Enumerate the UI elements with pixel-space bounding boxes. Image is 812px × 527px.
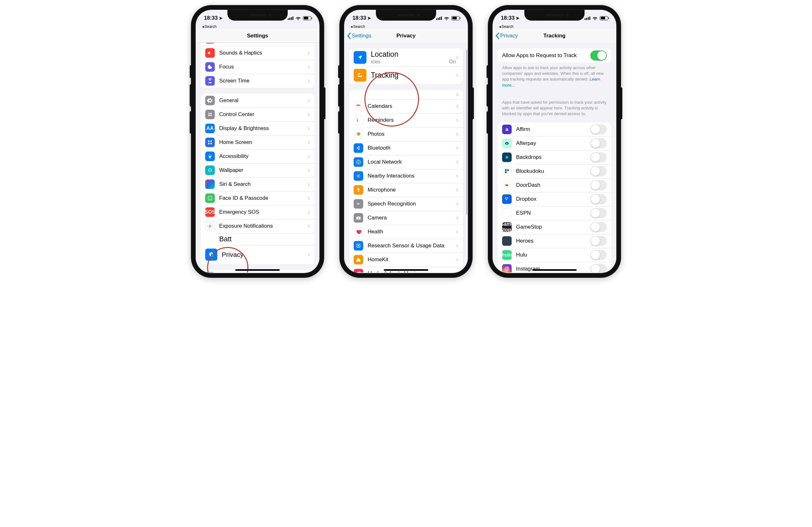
row-control-center[interactable]: Control Center› [201,107,314,121]
row-battery[interactable]: Batt [201,233,314,245]
row-label: Backdrops [516,154,590,160]
chevron-right-icon: › [308,125,310,132]
row-reminders[interactable]: Reminders› [349,113,463,127]
svg-point-14 [209,225,211,227]
row-label: Accessibility [219,153,308,160]
row-speech-recognition[interactable]: Speech Recognition› [349,197,463,211]
cellular-signal-icon [436,16,442,20]
svg-rect-44 [507,169,509,171]
row-wallpaper[interactable]: Wallpaper› [201,163,314,177]
app-toggle[interactable] [590,236,607,246]
svg-point-24 [357,119,358,119]
row-photos[interactable]: Photos› [349,127,463,141]
row-label: General [219,97,308,104]
phone-frame-privacy: 18:33➤ Search Settings Privacy Lo [339,5,473,278]
app-toggle[interactable] [590,264,607,273]
row-label: Privacy [222,251,308,259]
app-row-backdrops[interactable]: Backdrops [498,150,611,164]
music-icon [354,269,363,273]
tracking-explainer-1: Allow apps to ask to track your activity… [493,62,616,88]
chevron-right-icon: › [456,117,458,124]
app-toggle[interactable] [590,124,607,134]
row-screen-time[interactable]: Screen Time › [201,74,314,88]
row-general[interactable]: General› [201,93,314,107]
app-icon-blockudoku [502,166,512,176]
row-location-services[interactable]: Location icesOn › [349,48,463,66]
app-row-blockudoku[interactable]: Blockudoku [498,164,611,178]
nav-back-button[interactable]: Privacy [495,29,518,43]
home-indicator[interactable] [384,269,428,271]
svg-rect-4 [208,141,210,142]
svg-rect-33 [358,188,359,191]
chevron-right-icon: › [456,54,458,61]
app-row-affirm[interactable]: aAffirm [498,122,611,136]
app-toggle[interactable] [590,250,607,260]
calendar-icon [354,101,363,111]
app-row-espn[interactable]: EESPN [498,206,611,220]
svg-rect-37 [360,204,360,204]
app-row-afterpay[interactable]: Afterpay [498,136,611,150]
row-health[interactable]: Health› [349,225,463,239]
row-cut-off[interactable] [201,43,314,46]
row-tracking[interactable]: Tracking › [349,66,463,84]
breadcrumb-back-search[interactable]: Search [196,24,319,29]
app-row-gamestop[interactable]: GameStopGameStop [498,220,611,234]
location-arrow-icon: ➤ [516,16,520,20]
breadcrumb-back-search[interactable]: Search [493,24,616,29]
app-row-instagram[interactable]: Instagram [498,262,611,273]
app-toggle[interactable] [590,222,607,232]
gear-icon [205,96,215,105]
row-calendars[interactable]: Calendars› [349,99,463,113]
app-row-hulu[interactable]: huluHulu [498,248,611,262]
row-display-brightness[interactable]: AADisplay & Brightness› [201,121,314,135]
navbar: Settings Privacy [344,29,468,43]
status-time: 18:33 [352,15,366,21]
row-privacy[interactable]: Privacy› [201,245,314,264]
tracking-scroll[interactable]: Allow Apps to Request to Track Allow app… [493,43,616,273]
phone-frame-tracking: 18:33➤ Search Privacy Tracking Allow App… [488,5,621,278]
row-local-network[interactable]: Local Network› [349,155,463,169]
settings-scroll[interactable]: Sounds & Haptics › Focus › Screen Time ›… [196,43,319,273]
row-emergency-sos[interactable]: SOSEmergency SOS› [201,205,314,219]
row-sounds-haptics[interactable]: Sounds & Haptics › [201,46,314,60]
row-face-id[interactable]: Face ID & Passcode› [201,191,314,205]
row-microphone[interactable]: Microphone› [349,183,463,197]
row-homekit[interactable]: HomeKit› [349,253,463,267]
battery-icon [303,16,311,20]
row-focus[interactable]: Focus › [201,60,314,74]
app-toggle[interactable] [590,152,607,162]
privacy-scroll[interactable]: Location icesOn › Tracking › › Calendars… [344,43,468,273]
scroll-indicator[interactable] [466,50,467,215]
row-accessibility[interactable]: Accessibility› [201,149,314,163]
app-toggle[interactable] [590,180,607,190]
breadcrumb-back-search[interactable]: Search [344,24,468,29]
row-bluetooth[interactable]: Bluetooth› [349,141,463,155]
wifi-icon [295,15,301,21]
row-contacts[interactable]: › [349,90,463,99]
row-label: ESPN [516,210,590,216]
row-camera[interactable]: Camera› [349,211,463,225]
row-label: Nearby Interactions [368,173,456,179]
row-allow-tracking[interactable]: Allow Apps to Request to Track [498,48,611,62]
app-row-dropbox[interactable]: Dropbox [498,192,611,206]
focus-icon [205,62,215,72]
nav-back-button[interactable]: Settings [347,29,371,43]
app-toggle[interactable] [590,166,607,176]
row-siri-search[interactable]: Siri & Search› [201,177,314,191]
home-indicator[interactable] [532,269,577,271]
app-toggle[interactable] [590,208,607,218]
notch [228,10,288,20]
row-home-screen[interactable]: Home Screen› [201,135,314,149]
home-indicator[interactable] [235,269,280,271]
allow-tracking-toggle[interactable] [590,50,607,61]
app-toggle[interactable] [590,194,607,204]
navbar: Settings [196,29,319,43]
row-research-sensor[interactable]: Research Sensor & Usage Data› [349,239,463,253]
row-exposure-notifications[interactable]: Exposure Notifications› [201,219,314,233]
app-row-heroes[interactable]: Heroes [498,234,611,248]
cellular-signal-icon [584,16,590,20]
svg-point-39 [358,218,359,219]
row-nearby-interactions[interactable]: Nearby Interactions› [349,169,463,183]
app-row-doordash[interactable]: DoorDash [498,178,611,192]
app-toggle[interactable] [590,138,607,148]
